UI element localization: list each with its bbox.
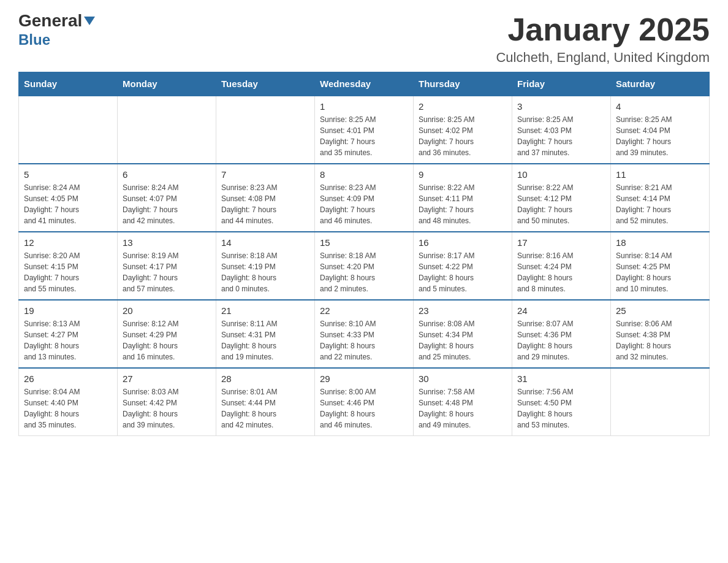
calendar-cell: 24Sunrise: 8:07 AMSunset: 4:36 PMDayligh… — [512, 300, 611, 368]
calendar-week-row: 5Sunrise: 8:24 AMSunset: 4:05 PMDaylight… — [19, 164, 710, 232]
day-info: Sunrise: 8:06 AMSunset: 4:38 PMDaylight:… — [616, 318, 704, 362]
day-number: 6 — [123, 169, 211, 180]
day-number: 5 — [24, 169, 112, 180]
day-info: Sunrise: 8:20 AMSunset: 4:15 PMDaylight:… — [24, 250, 112, 294]
day-info: Sunrise: 8:25 AMSunset: 4:02 PMDaylight:… — [419, 114, 507, 158]
calendar-cell: 17Sunrise: 8:16 AMSunset: 4:24 PMDayligh… — [512, 232, 611, 300]
day-of-week-header: Monday — [118, 72, 216, 96]
day-info: Sunrise: 8:21 AMSunset: 4:14 PMDaylight:… — [616, 182, 704, 226]
day-info: Sunrise: 8:01 AMSunset: 4:44 PMDaylight:… — [221, 386, 309, 431]
calendar-cell: 7Sunrise: 8:23 AMSunset: 4:08 PMDaylight… — [216, 164, 315, 232]
calendar-cell: 11Sunrise: 8:21 AMSunset: 4:14 PMDayligh… — [611, 164, 710, 232]
day-info: Sunrise: 8:04 AMSunset: 4:40 PMDaylight:… — [24, 386, 112, 431]
day-number: 8 — [320, 169, 408, 180]
day-number: 19 — [24, 305, 112, 316]
calendar-cell: 28Sunrise: 8:01 AMSunset: 4:44 PMDayligh… — [216, 368, 315, 436]
calendar-cell: 21Sunrise: 8:11 AMSunset: 4:31 PMDayligh… — [216, 300, 315, 368]
day-number: 28 — [221, 373, 309, 384]
day-number: 21 — [221, 305, 309, 316]
calendar-cell — [19, 96, 118, 164]
calendar-cell: 16Sunrise: 8:17 AMSunset: 4:22 PMDayligh… — [414, 232, 512, 300]
day-number: 11 — [616, 169, 704, 180]
day-info: Sunrise: 8:10 AMSunset: 4:33 PMDaylight:… — [320, 318, 408, 362]
day-of-week-header: Tuesday — [216, 72, 315, 96]
calendar-week-row: 12Sunrise: 8:20 AMSunset: 4:15 PMDayligh… — [19, 232, 710, 300]
day-number: 30 — [419, 373, 507, 384]
day-number: 25 — [616, 305, 704, 316]
calendar-cell: 25Sunrise: 8:06 AMSunset: 4:38 PMDayligh… — [611, 300, 710, 368]
calendar-cell: 13Sunrise: 8:19 AMSunset: 4:17 PMDayligh… — [118, 232, 216, 300]
day-info: Sunrise: 8:25 AMSunset: 4:01 PMDaylight:… — [320, 114, 408, 158]
calendar-cell: 20Sunrise: 8:12 AMSunset: 4:29 PMDayligh… — [118, 300, 216, 368]
calendar-cell: 18Sunrise: 8:14 AMSunset: 4:25 PMDayligh… — [611, 232, 710, 300]
day-number: 9 — [419, 169, 507, 180]
day-info: Sunrise: 8:23 AMSunset: 4:09 PMDaylight:… — [320, 182, 408, 226]
day-number: 15 — [320, 237, 408, 248]
page-header: General Blue January 2025 Culcheth, Engl… — [18, 12, 710, 66]
calendar-cell: 9Sunrise: 8:22 AMSunset: 4:11 PMDaylight… — [414, 164, 512, 232]
day-info: Sunrise: 8:17 AMSunset: 4:22 PMDaylight:… — [419, 250, 507, 294]
day-info: Sunrise: 8:19 AMSunset: 4:17 PMDaylight:… — [123, 250, 211, 294]
calendar-week-row: 26Sunrise: 8:04 AMSunset: 4:40 PMDayligh… — [19, 368, 710, 436]
day-number: 1 — [320, 101, 408, 112]
day-number: 4 — [616, 101, 704, 112]
day-number: 2 — [419, 101, 507, 112]
day-number: 13 — [123, 237, 211, 248]
calendar-cell: 6Sunrise: 8:24 AMSunset: 4:07 PMDaylight… — [118, 164, 216, 232]
calendar-cell: 27Sunrise: 8:03 AMSunset: 4:42 PMDayligh… — [118, 368, 216, 436]
day-info: Sunrise: 8:18 AMSunset: 4:20 PMDaylight:… — [320, 250, 408, 294]
day-number: 12 — [24, 237, 112, 248]
calendar-cell: 23Sunrise: 8:08 AMSunset: 4:34 PMDayligh… — [414, 300, 512, 368]
calendar-header-row: SundayMondayTuesdayWednesdayThursdayFrid… — [19, 72, 710, 96]
day-of-week-header: Friday — [512, 72, 611, 96]
day-number: 16 — [419, 237, 507, 248]
day-info: Sunrise: 8:14 AMSunset: 4:25 PMDaylight:… — [616, 250, 704, 294]
day-number: 20 — [123, 305, 211, 316]
day-info: Sunrise: 7:56 AMSunset: 4:50 PMDaylight:… — [517, 386, 605, 431]
day-info: Sunrise: 8:25 AMSunset: 4:03 PMDaylight:… — [517, 114, 605, 158]
calendar-cell — [118, 96, 216, 164]
calendar-cell: 5Sunrise: 8:24 AMSunset: 4:05 PMDaylight… — [19, 164, 118, 232]
day-number: 17 — [517, 237, 605, 248]
day-info: Sunrise: 7:58 AMSunset: 4:48 PMDaylight:… — [419, 386, 507, 431]
logo-text: General — [18, 12, 95, 29]
logo-blue: Blue — [18, 31, 50, 48]
day-number: 29 — [320, 373, 408, 384]
calendar-cell: 19Sunrise: 8:13 AMSunset: 4:27 PMDayligh… — [19, 300, 118, 368]
calendar-cell: 29Sunrise: 8:00 AMSunset: 4:46 PMDayligh… — [315, 368, 414, 436]
day-number: 26 — [24, 373, 112, 384]
calendar-cell: 22Sunrise: 8:10 AMSunset: 4:33 PMDayligh… — [315, 300, 414, 368]
day-info: Sunrise: 8:08 AMSunset: 4:34 PMDaylight:… — [419, 318, 507, 362]
day-number: 22 — [320, 305, 408, 316]
day-info: Sunrise: 8:12 AMSunset: 4:29 PMDaylight:… — [123, 318, 211, 362]
day-info: Sunrise: 8:24 AMSunset: 4:05 PMDaylight:… — [24, 182, 112, 226]
calendar-cell: 4Sunrise: 8:25 AMSunset: 4:04 PMDaylight… — [611, 96, 710, 164]
calendar-cell: 14Sunrise: 8:18 AMSunset: 4:19 PMDayligh… — [216, 232, 315, 300]
day-info: Sunrise: 8:13 AMSunset: 4:27 PMDaylight:… — [24, 318, 112, 362]
day-number: 3 — [517, 101, 605, 112]
month-title: January 2025 — [496, 12, 710, 47]
day-info: Sunrise: 8:03 AMSunset: 4:42 PMDaylight:… — [123, 386, 211, 431]
day-number: 31 — [517, 373, 605, 384]
title-block: January 2025 Culcheth, England, United K… — [496, 12, 710, 66]
day-of-week-header: Wednesday — [315, 72, 414, 96]
day-number: 7 — [221, 169, 309, 180]
calendar-cell: 30Sunrise: 7:58 AMSunset: 4:48 PMDayligh… — [414, 368, 512, 436]
calendar-cell: 2Sunrise: 8:25 AMSunset: 4:02 PMDaylight… — [414, 96, 512, 164]
calendar-table: SundayMondayTuesdayWednesdayThursdayFrid… — [18, 72, 710, 436]
day-of-week-header: Saturday — [611, 72, 710, 96]
day-info: Sunrise: 8:24 AMSunset: 4:07 PMDaylight:… — [123, 182, 211, 226]
calendar-cell: 8Sunrise: 8:23 AMSunset: 4:09 PMDaylight… — [315, 164, 414, 232]
calendar-cell: 3Sunrise: 8:25 AMSunset: 4:03 PMDaylight… — [512, 96, 611, 164]
day-info: Sunrise: 8:16 AMSunset: 4:24 PMDaylight:… — [517, 250, 605, 294]
day-number: 24 — [517, 305, 605, 316]
calendar-week-row: 19Sunrise: 8:13 AMSunset: 4:27 PMDayligh… — [19, 300, 710, 368]
day-number: 27 — [123, 373, 211, 384]
calendar-cell: 15Sunrise: 8:18 AMSunset: 4:20 PMDayligh… — [315, 232, 414, 300]
calendar-cell: 26Sunrise: 8:04 AMSunset: 4:40 PMDayligh… — [19, 368, 118, 436]
day-info: Sunrise: 8:07 AMSunset: 4:36 PMDaylight:… — [517, 318, 605, 362]
day-of-week-header: Sunday — [19, 72, 118, 96]
day-info: Sunrise: 8:23 AMSunset: 4:08 PMDaylight:… — [221, 182, 309, 226]
day-number: 23 — [419, 305, 507, 316]
day-number: 18 — [616, 237, 704, 248]
